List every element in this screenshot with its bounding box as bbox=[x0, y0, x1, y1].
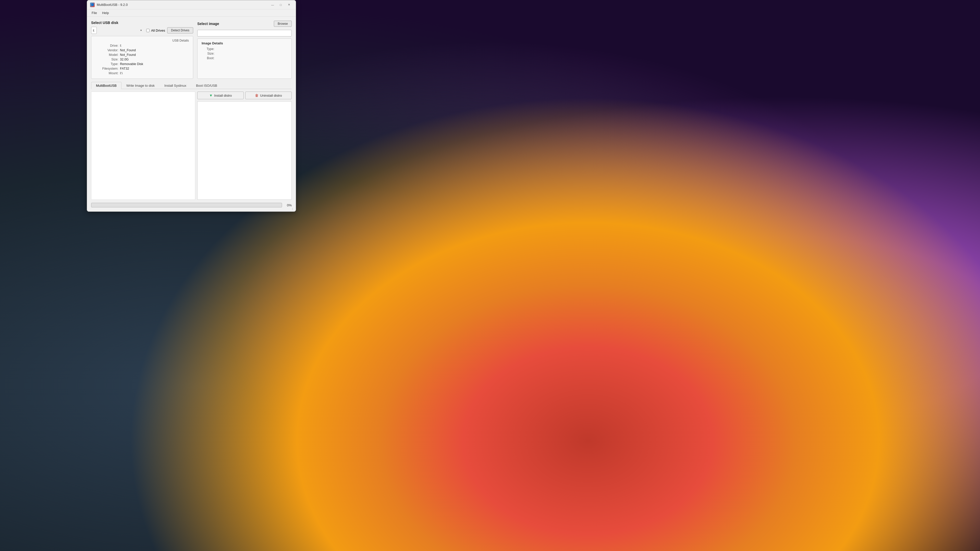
usb-details-header: USB Details bbox=[95, 39, 189, 42]
uninstall-distro-button[interactable]: 🗑 Uninstall distro bbox=[245, 92, 292, 99]
model-label: Model: bbox=[95, 53, 118, 57]
progress-bar-section: 0% bbox=[91, 203, 292, 207]
mount-label: Mount: bbox=[95, 71, 118, 75]
type-value: Removable Disk bbox=[120, 62, 143, 66]
size-value: 32.0G bbox=[120, 58, 129, 61]
tab-bar: MultiBootUSB Write Image to disk Install… bbox=[91, 82, 292, 89]
minimize-button[interactable]: — bbox=[269, 2, 277, 8]
image-boot-row: Boot: bbox=[202, 56, 287, 60]
tab-boot-iso[interactable]: Boot ISO/USB bbox=[191, 82, 222, 89]
detect-drives-button[interactable]: Detect Drives bbox=[167, 27, 193, 33]
window-title: MultiBootUSB - 9.2.0 bbox=[97, 3, 127, 6]
title-bar: 🔵 MultiBootUSB - 9.2.0 — □ ✕ bbox=[87, 0, 296, 10]
uninstall-distro-label: Uninstall distro bbox=[260, 94, 282, 97]
type-label: Type: bbox=[95, 62, 118, 66]
filesystem-value: FAT32 bbox=[120, 67, 129, 70]
filesystem-label: Filesystem: bbox=[95, 67, 118, 70]
app-icon: 🔵 bbox=[90, 3, 95, 7]
menu-help[interactable]: Help bbox=[100, 11, 111, 15]
usb-panel: Select USB disk I: All Drives Detect Dri… bbox=[91, 21, 193, 79]
size-row: Size: 32.0G bbox=[95, 58, 189, 61]
drive-dropdown-wrapper: I: bbox=[91, 27, 144, 34]
vendor-row: Vendor: Not_Found bbox=[95, 48, 189, 52]
image-details-box: Image Details Type: Size: Boot: bbox=[197, 38, 292, 79]
image-section-title: Select image bbox=[197, 22, 219, 26]
install-distro-button[interactable]: ▼ Install distro bbox=[197, 92, 244, 99]
tab-write-image[interactable]: Write Image to disk bbox=[121, 82, 159, 89]
image-type-row: Type: bbox=[202, 47, 287, 51]
install-icon: ▼ bbox=[209, 94, 213, 97]
tab-install-syslinux[interactable]: Install Syslinux bbox=[159, 82, 191, 89]
main-window: 🔵 MultiBootUSB - 9.2.0 — □ ✕ File Help S… bbox=[87, 0, 296, 212]
all-drives-checkbox[interactable] bbox=[146, 29, 150, 32]
image-type-label: Type: bbox=[202, 47, 215, 51]
distro-buttons: ▼ Install distro 🗑 Uninstall distro bbox=[197, 92, 292, 99]
mount-value: I:\ bbox=[120, 71, 123, 75]
model-row: Model: Not_Found bbox=[95, 53, 189, 57]
progress-label: 0% bbox=[284, 203, 292, 207]
image-select-row: Select image Browse bbox=[197, 21, 292, 27]
model-value: Not_Found bbox=[120, 53, 136, 57]
close-button[interactable]: ✕ bbox=[285, 2, 293, 8]
usb-section-title: Select USB disk bbox=[91, 21, 193, 25]
right-tab-panel: ▼ Install distro 🗑 Uninstall distro bbox=[197, 92, 292, 200]
tab-content: ▼ Install distro 🗑 Uninstall distro bbox=[91, 89, 292, 200]
image-path-input[interactable] bbox=[197, 30, 292, 37]
mount-row: Mount: I:\ bbox=[95, 71, 189, 75]
image-panel: Select image Browse Image Details Type: … bbox=[197, 21, 292, 79]
window-controls: — □ ✕ bbox=[269, 2, 293, 8]
vendor-value: Not_Found bbox=[120, 48, 136, 52]
main-content: Select USB disk I: All Drives Detect Dri… bbox=[87, 17, 296, 211]
type-row: Type: Removable Disk bbox=[95, 62, 189, 66]
tabs-section: MultiBootUSB Write Image to disk Install… bbox=[91, 82, 292, 200]
image-boot-label: Boot: bbox=[202, 56, 215, 60]
left-tab-panel bbox=[91, 92, 195, 200]
uninstall-icon: 🗑 bbox=[255, 94, 259, 97]
menu-file[interactable]: File bbox=[89, 11, 100, 15]
vendor-label: Vendor: bbox=[95, 48, 118, 52]
size-label: Size: bbox=[95, 58, 118, 61]
drive-row: Drive: I: bbox=[95, 44, 189, 48]
image-size-row: Size: bbox=[202, 52, 287, 56]
top-section: Select USB disk I: All Drives Detect Dri… bbox=[91, 21, 292, 79]
drive-value: I: bbox=[120, 44, 122, 48]
disk-select-row: I: All Drives Detect Drives bbox=[91, 27, 193, 34]
browse-button[interactable]: Browse bbox=[274, 21, 292, 27]
distro-list-box bbox=[197, 101, 292, 200]
tab-multibootusb[interactable]: MultiBootUSB bbox=[91, 82, 121, 89]
all-drives-checkbox-row: All Drives bbox=[146, 29, 165, 32]
image-details-title: Image Details bbox=[202, 41, 287, 45]
all-drives-label: All Drives bbox=[151, 29, 165, 32]
filesystem-row: Filesystem: FAT32 bbox=[95, 67, 189, 70]
maximize-button[interactable]: □ bbox=[277, 2, 285, 8]
drive-dropdown[interactable]: I: bbox=[91, 27, 97, 34]
install-distro-label: Install distro bbox=[214, 94, 232, 97]
resize-handle[interactable]: ⟊ bbox=[292, 207, 295, 210]
image-size-label: Size: bbox=[202, 52, 215, 56]
usb-details-box: USB Details Drive: I: Vendor: Not_Found … bbox=[91, 36, 193, 79]
progress-bar-outer bbox=[91, 203, 282, 207]
drive-label: Drive: bbox=[95, 44, 118, 48]
menu-bar: File Help bbox=[87, 10, 296, 17]
